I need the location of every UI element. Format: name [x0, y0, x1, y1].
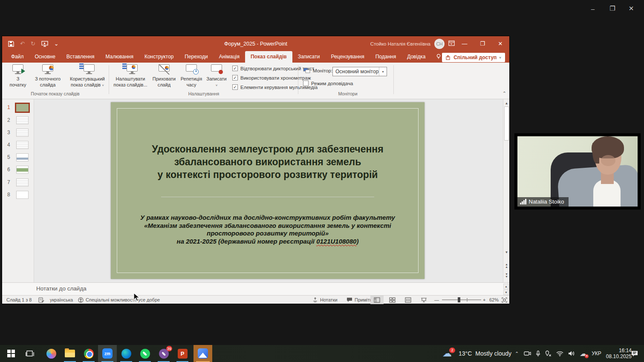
- file-explorer-button[interactable]: [61, 345, 79, 362]
- tab-reference[interactable]: Довідка: [401, 51, 431, 63]
- accessibility-status[interactable]: Спеціальні можливості: усе добре: [78, 296, 160, 304]
- chevron-down-icon[interactable]: ▾: [379, 67, 387, 76]
- outer-restore-button[interactable]: ❐: [603, 2, 622, 15]
- from-current-slide-button[interactable]: З поточногослайда: [30, 64, 65, 91]
- notes-placeholder[interactable]: Нотатки до слайда: [36, 285, 87, 292]
- notes-toggle-button[interactable]: Нотатки: [312, 296, 338, 304]
- previous-slide-button[interactable]: ▲▲: [504, 263, 509, 269]
- zoom-app-button[interactable]: zm: [98, 345, 117, 362]
- rehearse-timings-icon: [185, 64, 198, 75]
- viber-button[interactable]: 39: [154, 345, 173, 362]
- zoom-slider-track[interactable]: [442, 299, 481, 300]
- outer-minimize-button[interactable]: –: [583, 2, 602, 15]
- language-indicator[interactable]: УКР: [592, 351, 601, 356]
- weather-widget[interactable]: ☁ 2 13°C Mostly cloudy: [442, 345, 511, 362]
- reading-view-button[interactable]: [401, 296, 415, 304]
- normal-view-button[interactable]: [370, 296, 384, 304]
- thumb-image[interactable]: [16, 141, 29, 149]
- scroll-up-icon[interactable]: ▲: [504, 100, 509, 106]
- tab-transitions[interactable]: Переходи: [179, 51, 213, 63]
- spellcheck-status-icon[interactable]: [38, 296, 44, 304]
- fit-to-window-button[interactable]: [502, 296, 507, 304]
- thumb-image[interactable]: [16, 129, 29, 137]
- restore-button[interactable]: ❐: [474, 36, 491, 51]
- rehearse-timings-button[interactable]: Репетиціячасу: [179, 64, 204, 91]
- thumb-image[interactable]: [16, 178, 29, 187]
- zoom-slider-thumb[interactable]: [458, 297, 460, 302]
- photos-app-button[interactable]: [193, 345, 212, 362]
- close-button[interactable]: ✕: [491, 36, 509, 51]
- zoom-out-button[interactable]: —: [434, 296, 439, 304]
- thumbnail-slide-8[interactable]: 8: [2, 190, 34, 201]
- scroll-down-icon[interactable]: ▼: [504, 249, 509, 255]
- scrollbar-thumb[interactable]: [504, 106, 509, 141]
- tab-animations[interactable]: Анімація: [214, 51, 245, 63]
- checkbox-play-narrations[interactable]: ✓ Відтворювати дикторський текст: [232, 66, 314, 71]
- onedrive-error-icon[interactable]: ☁✕: [580, 349, 587, 358]
- thumbnail-slide-6[interactable]: 6: [2, 165, 34, 176]
- avatar[interactable]: СН: [434, 39, 445, 49]
- thumbnail-slide-4[interactable]: 4: [2, 140, 34, 151]
- from-beginning-button[interactable]: Зпочатку: [7, 64, 29, 91]
- checkbox-use-timings[interactable]: ✓ Використовувати хронометраж: [232, 75, 311, 80]
- edge-button[interactable]: [117, 345, 136, 362]
- notes-scroll-up-icon[interactable]: ▲: [503, 284, 509, 289]
- tab-review[interactable]: Рецензування: [325, 51, 370, 63]
- ribbon-display-options-icon[interactable]: [448, 40, 455, 48]
- tab-home[interactable]: Основне: [29, 51, 61, 63]
- hide-slide-button[interactable]: Приховатислайд: [150, 64, 178, 91]
- thumbnail-slide-2[interactable]: 2: [2, 115, 34, 126]
- webcam-video[interactable]: Nataliia Stoiko: [514, 133, 641, 210]
- slide-subtitle[interactable]: У рамках науково-дослідних та дослідно-к…: [128, 214, 407, 245]
- zoom-level[interactable]: 62%: [489, 296, 499, 304]
- monitor-select[interactable]: Основний монітор ▾: [332, 67, 387, 76]
- tab-slideshow[interactable]: Показ слайдів: [245, 51, 292, 63]
- minimize-button[interactable]: —: [456, 36, 474, 51]
- checkbox-presenter-view[interactable]: Режим доповідача: [303, 80, 353, 86]
- zoom-in-button[interactable]: +: [483, 296, 485, 304]
- location-tray-icon[interactable]: [545, 351, 552, 356]
- thumb-image[interactable]: [16, 116, 29, 124]
- wifi-icon[interactable]: [556, 351, 563, 356]
- next-slide-button[interactable]: ▼▼: [504, 273, 509, 279]
- thumb-image[interactable]: [16, 153, 29, 161]
- whatsapp-button[interactable]: [136, 345, 154, 362]
- camera-tray-icon[interactable]: [523, 351, 531, 356]
- slide-title[interactable]: Удосконалення землеустрою для забезпечен…: [128, 143, 407, 181]
- thumbnail-slide-7[interactable]: 7: [2, 178, 34, 189]
- thumb-image[interactable]: [15, 103, 30, 113]
- thumbnail-slide-5[interactable]: 5: [2, 152, 34, 164]
- notification-center-button[interactable]: [625, 345, 644, 362]
- start-button[interactable]: [2, 345, 20, 362]
- tab-design[interactable]: Конструктор: [139, 51, 179, 63]
- tray-expand-icon[interactable]: ⌃: [515, 351, 519, 356]
- slideshow-view-button[interactable]: [417, 296, 430, 304]
- volume-icon[interactable]: [568, 351, 575, 356]
- custom-slideshow-button[interactable]: Користувацькийпоказ слайдів ˅: [66, 64, 109, 91]
- copilot-button[interactable]: [42, 345, 61, 362]
- thumbnail-slide-3[interactable]: 3: [2, 128, 34, 139]
- slide-sorter-view-button[interactable]: [386, 296, 399, 304]
- tab-file[interactable]: Файл: [6, 51, 29, 63]
- share-button[interactable]: Спільний доступ ˅: [442, 53, 505, 62]
- collapse-ribbon-icon[interactable]: ⌃: [502, 91, 506, 96]
- record-button[interactable]: Записати˅: [205, 64, 228, 91]
- notes-pane[interactable]: Нотатки до слайда ▲ ▼: [2, 282, 509, 295]
- language-status[interactable]: українська: [50, 296, 73, 304]
- outer-close-button[interactable]: ✕: [622, 2, 641, 15]
- tab-draw[interactable]: Малювання: [100, 51, 139, 63]
- tab-insert[interactable]: Вставлення: [61, 51, 100, 63]
- thumb-image[interactable]: [16, 166, 29, 174]
- powerpoint-button[interactable]: P: [173, 345, 192, 362]
- tab-record[interactable]: Записати: [292, 51, 326, 63]
- tab-view[interactable]: Подання: [370, 51, 401, 63]
- slide-canvas[interactable]: Удосконалення землеустрою для забезпечен…: [111, 102, 425, 279]
- thumb-image[interactable]: [16, 191, 29, 199]
- chrome-button[interactable]: [79, 345, 98, 362]
- task-view-button[interactable]: [20, 345, 39, 362]
- vertical-scrollbar[interactable]: ▲ ▼ ▲▲ ▼▼: [503, 99, 509, 282]
- thumbnail-slide-1[interactable]: 1: [2, 103, 34, 114]
- microphone-tray-icon[interactable]: [536, 351, 540, 357]
- setup-slideshow-button[interactable]: Налаштуватипоказ слайдів...: [112, 64, 149, 91]
- notes-scroll-down-icon[interactable]: ▼: [503, 290, 509, 295]
